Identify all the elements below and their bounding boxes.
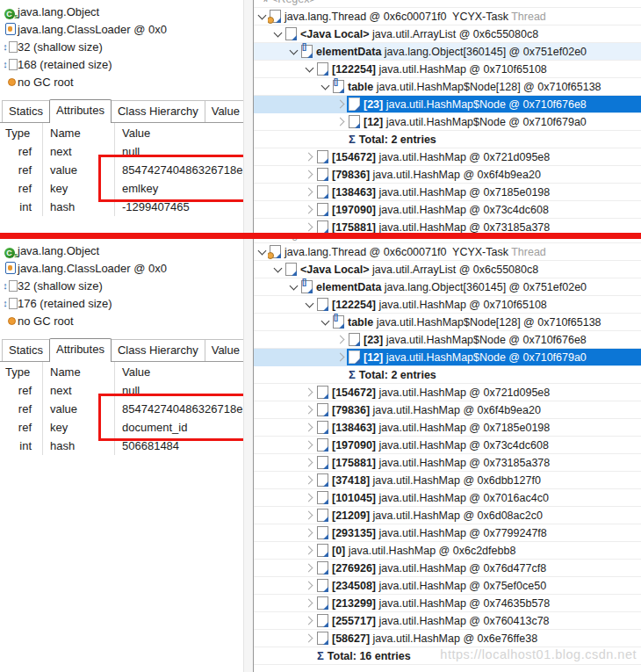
tree-row[interactable]: java.lang.Thread @ 0x6c00071f0 YCYX-Task… — [254, 243, 641, 261]
tree-row[interactable]: [37418] java.util.HashMap @ 0x6dbb127f0 — [254, 472, 641, 489]
tree-row[interactable]: [293135] java.util.HashMap @ 0x7799247f8 — [254, 524, 641, 542]
collapse-chevron-icon[interactable] — [305, 300, 315, 310]
expand-chevron-icon[interactable] — [336, 117, 347, 127]
collapse-chevron-icon[interactable] — [257, 247, 268, 257]
tree-row[interactable]: [213299] java.util.HashMap @ 0x74635b578 — [254, 595, 641, 612]
collapse-chevron-icon[interactable] — [320, 317, 331, 328]
inspector-scrollbar[interactable] — [243, 0, 253, 233]
expand-chevron-icon[interactable] — [305, 528, 315, 538]
collapse-chevron-icon[interactable] — [289, 282, 299, 293]
tree-row[interactable]: [0] java.util.HashMap @ 0x6c2dfebb8 — [254, 542, 641, 560]
tree-row-label: table java.util.HashMap$Node[128] @ 0x71… — [331, 314, 641, 330]
tree-row[interactable]: elementData java.lang.Object[360145] @ 0… — [254, 43, 641, 61]
object-instance-icon — [349, 333, 360, 346]
expand-chevron-icon[interactable] — [305, 616, 315, 626]
object-info-list: Csjava.lang.Objectjava.lang.ClassLoader … — [0, 242, 243, 329]
tab-statics[interactable]: Statics — [2, 100, 50, 122]
column-header-name: Name — [42, 362, 114, 381]
tree-row[interactable]: java.lang.Thread @ 0x6c00071f0 YCYX-Task… — [254, 8, 641, 25]
collapse-chevron-icon[interactable] — [257, 11, 268, 22]
thread-icon — [270, 10, 281, 23]
tree-row[interactable]: [255717] java.util.HashMap @ 0x760413c78 — [254, 612, 641, 630]
tree-row[interactable]: <Java Local> java.util.ArrayList @ 0x6c5… — [254, 261, 641, 278]
tree-row[interactable]: table java.util.HashMap$Node[128] @ 0x71… — [254, 314, 641, 331]
expand-chevron-icon[interactable] — [305, 598, 315, 609]
tree-row[interactable]: [175881] java.util.HashMap @ 0x73185a378 — [254, 219, 641, 233]
object-instance-icon — [317, 421, 328, 434]
collapse-chevron-icon[interactable] — [320, 82, 331, 92]
tree-row[interactable]: [12] java.util.HashMap$Node @ 0x710f679a… — [254, 349, 641, 366]
expand-chevron-icon[interactable] — [305, 205, 315, 215]
tree-row[interactable]: ⇥<Regex> — [254, 0, 641, 8]
expand-chevron-icon[interactable] — [305, 493, 315, 503]
tree-row[interactable]: [276926] java.util.HashMap @ 0x76d477cf8 — [254, 560, 641, 577]
object-instance-icon — [317, 220, 328, 233]
tree-row[interactable]: [79836] java.util.HashMap @ 0x6f4b9ea20 — [254, 166, 641, 184]
tab-statics[interactable]: Statics — [2, 339, 50, 361]
tree-row[interactable]: ΣTotal: 2 entries — [254, 366, 641, 384]
tab-attributes[interactable]: Attributes — [49, 99, 112, 123]
tree-row[interactable]: table java.util.HashMap$Node[128] @ 0x71… — [254, 78, 641, 96]
tree-row[interactable]: [154672] java.util.HashMap @ 0x721d095e8 — [254, 384, 641, 401]
expand-chevron-icon[interactable] — [305, 440, 315, 451]
object-instance-icon — [317, 438, 328, 452]
expand-chevron-icon[interactable] — [336, 335, 347, 345]
expand-chevron-icon[interactable] — [305, 187, 315, 198]
object-instance-icon — [349, 115, 360, 128]
tree-row[interactable]: [58627] java.util.HashMap @ 0x6e76ffe38 — [254, 630, 641, 647]
column-header-type: Type — [0, 123, 42, 142]
tree-row[interactable]: [23] java.util.HashMap$Node @ 0x710f676e… — [254, 96, 641, 113]
tab-attributes[interactable]: Attributes — [49, 338, 112, 362]
tree-row[interactable]: [175881] java.util.HashMap @ 0x73185a378 — [254, 454, 641, 472]
expand-chevron-icon[interactable] — [305, 423, 315, 433]
tree-row[interactable]: [12] java.util.HashMap$Node @ 0x710f679a… — [254, 113, 641, 131]
expand-chevron-icon[interactable] — [305, 546, 315, 556]
object-instance-icon — [285, 27, 297, 40]
tree-row[interactable]: ΣTotal: 2 entries — [254, 131, 641, 148]
info-label: 32 (shallow size) — [18, 279, 103, 293]
expand-chevron-icon[interactable] — [336, 352, 347, 363]
tree-row-label: elementData java.lang.Object[360145] @ 0… — [299, 278, 641, 295]
tree-row[interactable]: [101045] java.util.HashMap @ 0x7016ac4c0 — [254, 489, 641, 507]
expand-chevron-icon[interactable] — [305, 170, 315, 180]
inspector-scrollbar[interactable] — [243, 239, 253, 672]
tree-row-label: [12] java.util.HashMap$Node @ 0x710f679a… — [347, 349, 641, 365]
tree-row[interactable]: [234508] java.util.HashMap @ 0x75ef0ce50 — [254, 577, 641, 595]
expand-chevron-icon[interactable] — [305, 475, 315, 486]
tree-row[interactable]: [122254] java.util.HashMap @ 0x710f65108 — [254, 61, 641, 78]
expand-chevron-icon[interactable] — [305, 458, 315, 468]
expand-chevron-icon[interactable] — [305, 405, 315, 415]
tree-row[interactable]: <Java Local> java.util.ArrayList @ 0x6c5… — [254, 25, 641, 43]
expand-chevron-icon[interactable] — [305, 387, 315, 398]
expand-chevron-icon[interactable] — [305, 563, 315, 574]
tree-row[interactable]: [21209] java.util.HashMap @ 0x6d08ac2c0 — [254, 507, 641, 524]
tree-row[interactable]: [138463] java.util.HashMap @ 0x7185e0198 — [254, 184, 641, 201]
tree-row-label: [101045] java.util.HashMap @ 0x7016ac4c0 — [315, 489, 641, 506]
tree-row[interactable]: [23] java.util.HashMap$Node @ 0x710f676e… — [254, 331, 641, 349]
object-info-list: Csjava.lang.Objectjava.lang.ClassLoader … — [0, 3, 243, 90]
expand-chevron-icon[interactable] — [305, 222, 315, 233]
expand-chevron-icon[interactable] — [305, 510, 315, 521]
tree-row[interactable]: elementData java.lang.Object[360145] @ 0… — [254, 278, 641, 296]
collapse-chevron-icon[interactable] — [273, 29, 284, 40]
object-instance-icon — [317, 298, 328, 311]
tree-row[interactable]: [79836] java.util.HashMap @ 0x6f4b9ea20 — [254, 401, 641, 419]
expand-chevron-icon[interactable] — [305, 152, 315, 163]
collapse-chevron-icon[interactable] — [305, 64, 315, 75]
expand-chevron-icon[interactable] — [336, 99, 347, 110]
info-label: no GC root — [18, 76, 74, 89]
expand-chevron-icon[interactable] — [305, 633, 315, 644]
tree-row[interactable]: [197090] java.util.HashMap @ 0x73c4dc608 — [254, 437, 641, 454]
expand-chevron-icon[interactable] — [305, 581, 315, 591]
tree-row[interactable]: [122254] java.util.HashMap @ 0x710f65108 — [254, 296, 641, 314]
tab-class-hierarchy[interactable]: Class Hierarchy — [111, 339, 205, 361]
tab-value[interactable]: Value — [205, 339, 243, 361]
tab-class-hierarchy[interactable]: Class Hierarchy — [111, 100, 205, 122]
tree-row[interactable]: [154672] java.util.HashMap @ 0x721d095e8 — [254, 148, 641, 166]
collapse-chevron-icon[interactable] — [289, 47, 299, 57]
collapse-chevron-icon[interactable] — [273, 264, 284, 275]
tree-row[interactable]: [138463] java.util.HashMap @ 0x7185e0198 — [254, 419, 641, 437]
tree-row[interactable]: [197090] java.util.HashMap @ 0x73c4dc608 — [254, 201, 641, 219]
tree-row[interactable]: ΣTotal: 16 entries — [254, 647, 641, 665]
tab-value[interactable]: Value — [205, 100, 243, 122]
